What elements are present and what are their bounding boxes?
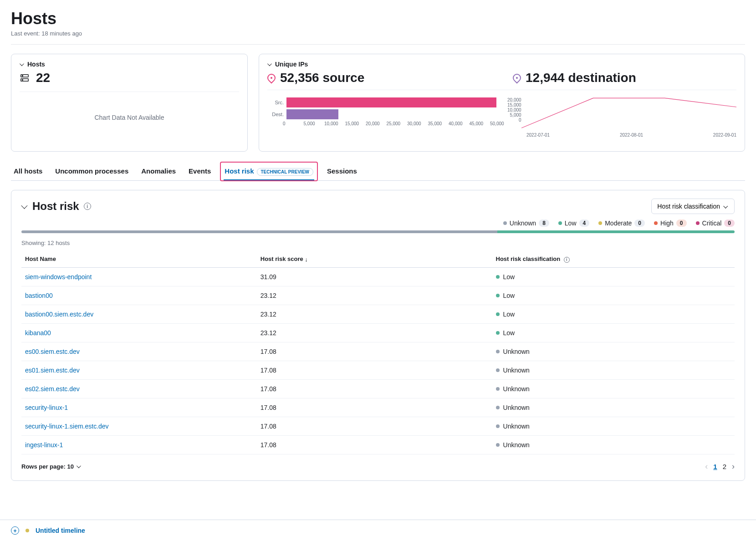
legend-low[interactable]: Low4 <box>558 219 589 227</box>
unknown-dot-icon <box>496 443 500 447</box>
host-link[interactable]: es01.siem.estc.dev <box>25 367 80 374</box>
legend-unknown[interactable]: Unknown8 <box>503 219 549 227</box>
rows-per-page[interactable]: Rows per page: 10 <box>21 463 82 470</box>
ips-card-header[interactable]: Unique IPs <box>267 61 736 68</box>
next-page-button[interactable]: › <box>732 462 735 471</box>
unknown-dot-icon <box>496 350 500 353</box>
tab-anomalies[interactable]: Anomalies <box>140 163 177 180</box>
unknown-dot-icon <box>496 387 500 391</box>
last-event-text: Last event: 18 minutes ago <box>11 30 745 37</box>
host-link[interactable]: bastion00.siem.estc.dev <box>25 311 93 318</box>
timeline-bar: + Untitled timeline <box>0 520 756 541</box>
table-row: es02.siem.estc.dev17.08Unknown <box>21 379 735 398</box>
dest-ip-count: 12,944 destination <box>526 71 636 85</box>
source-ip-count: 52,356 source <box>280 71 364 85</box>
low-dot-icon <box>496 275 500 279</box>
hosts-card: Hosts 22 Chart Data Not Available <box>11 54 248 152</box>
ips-card-label: Unique IPs <box>275 61 308 68</box>
host-link[interactable]: siem-windows-endpoint <box>25 273 92 281</box>
add-timeline-button[interactable]: + <box>11 526 19 535</box>
showing-text: Showing: 12 hosts <box>21 240 735 246</box>
table-row: ingest-linux-117.08Unknown <box>21 435 735 454</box>
risk-score: 17.08 <box>257 342 492 361</box>
col-host-name[interactable]: Host Name <box>21 251 257 267</box>
risk-score: 17.08 <box>257 417 492 435</box>
source-pin-icon <box>266 72 277 83</box>
unknown-dot-icon <box>503 221 507 225</box>
ip-line-chart: 20,00015,00010,0005,0000 2022-07-012022-… <box>507 97 736 138</box>
moderate-dot-icon <box>598 221 602 225</box>
pagination: ‹12› <box>705 462 735 471</box>
risk-score: 31.09 <box>257 267 492 286</box>
bar-label-dst: Dest. <box>267 112 286 117</box>
risk-class: Unknown <box>503 404 530 411</box>
table-row: siem-windows-endpoint31.09Low <box>21 267 735 286</box>
hosts-no-data: Chart Data Not Available <box>20 92 239 143</box>
page-title: Hosts <box>11 9 745 28</box>
info-icon[interactable]: i <box>84 203 91 210</box>
separator <box>11 44 745 45</box>
risk-class: Low <box>503 292 515 299</box>
table-row: es00.siem.estc.dev17.08Unknown <box>21 342 735 361</box>
host-link[interactable]: es00.siem.estc.dev <box>25 348 80 355</box>
risk-class: Low <box>503 311 515 318</box>
unknown-dot-icon <box>496 424 500 428</box>
host-link[interactable]: security-linux-1.siem.estc.dev <box>25 423 109 430</box>
tab-all-hosts[interactable]: All hosts <box>13 163 43 180</box>
legend-critical[interactable]: Critical0 <box>696 219 735 227</box>
critical-dot-icon <box>696 221 700 225</box>
hosts-icon <box>20 73 30 83</box>
risk-score: 17.08 <box>257 361 492 379</box>
high-dot-icon <box>654 221 658 225</box>
table-row: bastion0023.12Low <box>21 286 735 305</box>
risk-class: Low <box>503 273 515 281</box>
risk-class: Unknown <box>503 367 530 374</box>
tab-uncommon-processes[interactable]: Uncommon processes <box>54 163 129 180</box>
unique-ips-card: Unique IPs 52,356 source 12,944 destinat… <box>259 54 745 152</box>
low-dot-icon <box>496 294 500 297</box>
host-risk-table: Host Name Host risk score ↓ Host risk cl… <box>21 251 735 454</box>
tab-sessions[interactable]: Sessions <box>326 163 358 180</box>
host-link[interactable]: security-linux-1 <box>25 404 68 411</box>
risk-score: 23.12 <box>257 323 492 342</box>
table-row: kibana0023.12Low <box>21 323 735 342</box>
tabs: All hostsUncommon processesAnomaliesEven… <box>11 163 745 181</box>
host-link[interactable]: es02.siem.estc.dev <box>25 385 80 393</box>
page-1[interactable]: 1 <box>713 463 717 470</box>
table-row: bastion00.siem.estc.dev23.12Low <box>21 305 735 323</box>
dest-pin-icon <box>511 72 522 83</box>
timeline-status-icon <box>26 529 29 532</box>
host-link[interactable]: kibana00 <box>25 329 51 337</box>
chevron-down-icon <box>20 61 24 66</box>
host-link[interactable]: ingest-linux-1 <box>25 441 63 449</box>
page-2[interactable]: 2 <box>723 463 726 470</box>
info-icon[interactable]: i <box>564 257 570 263</box>
col-classification[interactable]: Host risk classification i <box>492 251 735 267</box>
tab-host-risk[interactable]: Host riskTECHNICAL PREVIEW <box>224 163 314 180</box>
timeline-link[interactable]: Untitled timeline <box>36 527 85 534</box>
risk-score: 17.08 <box>257 398 492 417</box>
tab-events[interactable]: Events <box>188 163 212 180</box>
legend-moderate[interactable]: Moderate0 <box>598 219 645 227</box>
panel-title-row[interactable]: Host risk i <box>21 200 91 213</box>
col-score[interactable]: Host risk score ↓ <box>257 251 492 267</box>
ip-bar-chart: Src. Dest. 05,00010,00015,00020,00025,00… <box>267 97 496 138</box>
sort-desc-icon: ↓ <box>305 256 308 263</box>
legend-high[interactable]: High0 <box>654 219 686 227</box>
bar-label-src: Src. <box>267 100 286 105</box>
risk-score: 17.08 <box>257 435 492 454</box>
risk-class: Unknown <box>503 441 530 449</box>
prev-page-button[interactable]: ‹ <box>705 462 708 471</box>
panel-title: Host risk <box>32 200 79 213</box>
risk-class: Unknown <box>503 348 530 355</box>
svg-point-2 <box>22 76 23 77</box>
unknown-dot-icon <box>496 368 500 372</box>
hosts-count: 22 <box>36 71 50 85</box>
low-dot-icon <box>496 331 500 335</box>
hosts-card-label: Hosts <box>27 61 45 68</box>
host-link[interactable]: bastion00 <box>25 292 53 299</box>
risk-class: Unknown <box>503 385 530 393</box>
hosts-card-header[interactable]: Hosts <box>20 61 239 68</box>
host-risk-panel: Host risk i Host risk classification Unk… <box>11 190 745 481</box>
classification-dropdown[interactable]: Host risk classification <box>651 199 735 214</box>
